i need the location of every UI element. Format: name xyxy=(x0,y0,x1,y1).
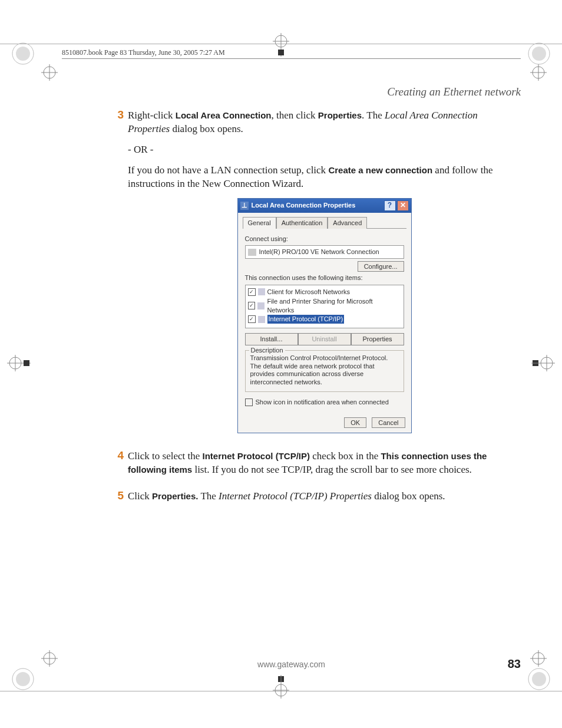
description-group: Description Transmission Control Protoco… xyxy=(245,350,404,392)
install-button[interactable]: Install... xyxy=(245,333,298,345)
tab-general[interactable]: General xyxy=(243,217,276,229)
service-icon xyxy=(257,302,265,309)
register-mark-top-left-icon xyxy=(41,64,58,83)
show-icon-row[interactable]: Show icon in notification area when conn… xyxy=(245,398,404,407)
step-body: Click Properties. The Internet Protocol … xyxy=(128,490,521,510)
dialog-titlebar: ⊥ Local Area Connection Properties ? ✕ xyxy=(238,199,411,213)
list-item[interactable]: ✓ Internet Protocol (TCP/IP) xyxy=(248,315,401,324)
svg-point-5 xyxy=(16,672,30,686)
bold-properties: Properties xyxy=(318,110,362,120)
step-5: 5 Click Properties. The Internet Protoco… xyxy=(109,490,521,510)
step-number: 5 xyxy=(109,490,128,510)
step-3: 3 Right-click Local Area Connection, the… xyxy=(109,109,521,444)
step-4: 4 Click to select the Internet Protocol … xyxy=(109,450,521,484)
register-mark-right-mid-icon xyxy=(531,355,555,374)
step3-para2: If you do not have a LAN connection setu… xyxy=(128,164,521,191)
adapter-name: Intel(R) PRO/100 VE Network Connection xyxy=(259,248,379,256)
ok-button[interactable]: OK xyxy=(344,417,366,428)
description-title: Description xyxy=(249,346,285,355)
dialog-screenshot: ⊥ Local Area Connection Properties ? ✕ G… xyxy=(237,198,412,434)
bold-properties: Properties. xyxy=(152,491,198,501)
dialog-title: Local Area Connection Properties xyxy=(252,201,356,210)
bold-local-area-connection: Local Area Connection xyxy=(176,110,272,120)
book-header: 8510807.book Page 83 Thursday, June 30, … xyxy=(62,48,521,59)
client-icon xyxy=(258,288,265,295)
step-number: 3 xyxy=(109,109,128,444)
step4-para: Click to select the Internet Protocol (T… xyxy=(128,450,521,477)
step-body: Right-click Local Area Connection, then … xyxy=(128,109,521,444)
list-item[interactable]: ✓ File and Printer Sharing for Microsoft… xyxy=(248,297,401,315)
register-mark-left-mid-icon xyxy=(7,355,31,374)
register-mark-bottom-left-icon xyxy=(41,650,58,669)
protocol-icon xyxy=(258,316,265,323)
show-icon-label: Show icon in notification area when conn… xyxy=(256,398,389,407)
step3-para1: Right-click Local Area Connection, then … xyxy=(128,109,521,136)
tab-authentication[interactable]: Authentication xyxy=(276,217,328,229)
configure-button[interactable]: Configure... xyxy=(358,261,404,272)
help-button[interactable]: ? xyxy=(384,200,396,211)
svg-point-7 xyxy=(532,672,546,686)
svg-point-3 xyxy=(532,47,546,61)
adapter-field: Intel(R) PRO/100 VE Network Connection xyxy=(245,245,404,259)
page-content: 8510807.book Page 83 Thursday, June 30, … xyxy=(62,48,521,669)
page-footer: www.gateway.com 83 xyxy=(62,660,521,669)
bold-tcpip: Internet Protocol (TCP/IP) xyxy=(203,451,310,461)
section-title: Creating an Ethernet network xyxy=(62,85,521,98)
page-number: 83 xyxy=(508,657,521,671)
register-mark-bottom-right-icon xyxy=(530,650,547,669)
connect-using-label: Connect using: xyxy=(245,235,404,243)
checkbox-icon[interactable]: ✓ xyxy=(248,315,256,323)
ornament-bottom-left xyxy=(11,667,35,694)
properties-button[interactable]: Properties xyxy=(351,333,404,345)
register-mark-top-right-icon xyxy=(530,64,547,83)
tab-advanced[interactable]: Advanced xyxy=(328,217,367,229)
connection-icon: ⊥ xyxy=(240,202,249,210)
checkbox-icon[interactable]: ✓ xyxy=(248,302,256,309)
footer-url: www.gateway.com xyxy=(257,660,325,669)
close-button[interactable]: ✕ xyxy=(397,200,409,211)
checkbox-icon[interactable] xyxy=(245,398,253,406)
step-number: 4 xyxy=(109,450,128,484)
selected-item-label: Internet Protocol (TCP/IP) xyxy=(267,315,345,324)
step5-para: Click Properties. The Internet Protocol … xyxy=(128,490,521,503)
svg-rect-23 xyxy=(24,360,29,366)
italic-tcpip-props: Internet Protocol (TCP/IP) Properties xyxy=(219,490,372,502)
description-text: Transmission Control Protocol/Internet P… xyxy=(250,354,399,387)
svg-point-1 xyxy=(16,47,30,61)
checkbox-icon[interactable]: ✓ xyxy=(248,288,256,296)
uninstall-button[interactable]: Uninstall xyxy=(298,333,351,345)
step3-or: - OR - xyxy=(128,143,521,157)
ornament-top-left xyxy=(11,41,35,68)
list-item[interactable]: ✓ Client for Microsoft Networks xyxy=(248,288,401,297)
step-body: Click to select the Internet Protocol (T… xyxy=(128,450,521,484)
items-label: This connection uses the following items… xyxy=(245,274,404,282)
nic-icon xyxy=(248,249,256,256)
dialog-tabs: General Authentication Advanced xyxy=(238,213,411,228)
cancel-button[interactable]: Cancel xyxy=(372,417,405,428)
register-mark-bottom-center-icon xyxy=(273,675,289,701)
items-listbox[interactable]: ✓ Client for Microsoft Networks ✓ File a… xyxy=(245,285,404,328)
bold-create-new-connection: Create a new connection xyxy=(328,165,432,175)
ornament-bottom-right xyxy=(527,667,551,694)
